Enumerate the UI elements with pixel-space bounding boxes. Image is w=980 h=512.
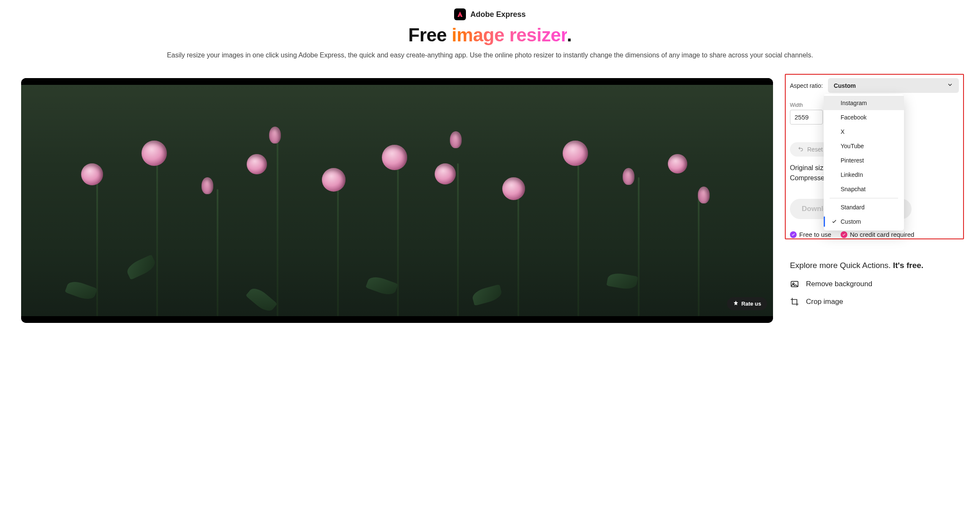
aspect-ratio-menu: Instagram Facebook X YouTube Pinterest L… [824, 94, 904, 230]
image-preview: Rate us [21, 78, 773, 323]
crop-icon [790, 297, 799, 306]
image-remove-bg-icon [790, 279, 799, 289]
option-standard[interactable]: Standard [824, 200, 904, 214]
rate-us-button[interactable]: Rate us [727, 297, 767, 310]
star-icon [733, 300, 739, 307]
qa-crop-image[interactable]: Crop image [790, 297, 959, 306]
check-circle-icon [790, 231, 797, 238]
undo-icon [798, 146, 804, 153]
brand: Adobe Express [454, 8, 525, 20]
option-snapchat[interactable]: Snapchat [824, 182, 904, 196]
option-custom[interactable]: Custom [824, 214, 904, 229]
option-instagram[interactable]: Instagram [824, 96, 904, 110]
resize-panel: Aspect ratio: Custom Instagram Facebook … [790, 78, 959, 306]
brand-name: Adobe Express [470, 10, 525, 19]
badge-free: Free to use [790, 231, 831, 238]
aspect-ratio-dropdown[interactable]: Custom [828, 78, 959, 93]
aspect-ratio-label: Aspect ratio: [790, 82, 823, 89]
option-pinterest[interactable]: Pinterest [824, 153, 904, 168]
width-input[interactable] [790, 110, 823, 125]
adobe-express-logo-icon [454, 8, 466, 20]
qa-remove-background[interactable]: Remove background [790, 279, 959, 289]
check-icon [831, 219, 837, 225]
preview-canvas[interactable]: Rate us [21, 85, 773, 316]
option-facebook[interactable]: Facebook [824, 110, 904, 125]
option-x[interactable]: X [824, 125, 904, 139]
explore-heading: Explore more Quick Actions. It's free. [790, 261, 959, 270]
page-subtitle: Easily resize your images in one click u… [152, 51, 828, 59]
check-circle-icon [841, 231, 847, 238]
page-title: Free image resizer. [21, 24, 959, 46]
badge-nocard: No credit card required [841, 231, 915, 238]
option-youtube[interactable]: YouTube [824, 139, 904, 153]
chevron-down-icon [947, 82, 953, 89]
option-linkedin[interactable]: LinkedIn [824, 168, 904, 182]
